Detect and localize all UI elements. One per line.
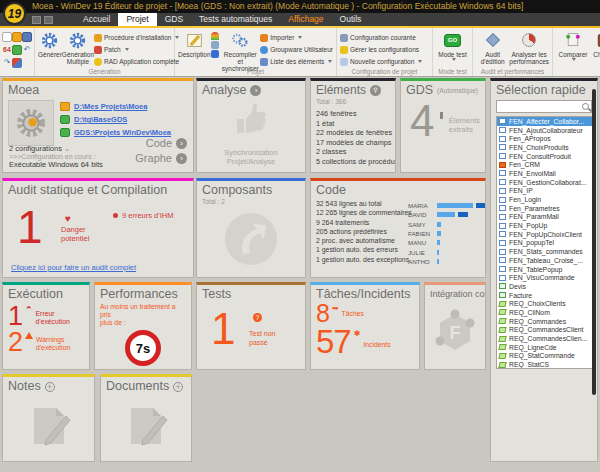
share-nodes-icon[interactable] xyxy=(211,41,219,49)
list-item[interactable]: FEN_EnvoiMail xyxy=(497,169,593,178)
tile-moea[interactable]: Moea D:\Mes Projets\Moea D:\tg\BaseGDS G… xyxy=(2,78,194,173)
magnifier-icon[interactable]: ⚲ xyxy=(370,85,381,96)
environment-64-icon[interactable]: 64 xyxy=(2,45,12,55)
list-item[interactable]: Fen_Parametres xyxy=(497,204,593,213)
project-path-link[interactable]: D:\tg\BaseGDS xyxy=(74,115,127,124)
list-item[interactable]: Fen_CRM xyxy=(497,160,593,169)
list-item[interactable]: Facture xyxy=(497,291,593,300)
tile-elements[interactable]: Eléments ⚲ Total : 366 246 fenêtres1 éta… xyxy=(310,78,396,173)
ribbon-tab[interactable]: Outils xyxy=(332,13,370,26)
list-item[interactable]: Fen_Login xyxy=(497,195,593,204)
groupware-button[interactable]: Groupware Utilisateur xyxy=(260,44,333,55)
new-document-icon[interactable] xyxy=(2,32,12,42)
list-item[interactable]: REQ_CliNom xyxy=(497,308,593,317)
tile-documents[interactable]: Documents + xyxy=(100,374,192,462)
liste-elements-button[interactable]: Liste des éléments xyxy=(260,56,333,67)
list-item[interactable]: REQ_Commandes xyxy=(497,317,593,326)
add-document-icon[interactable]: + xyxy=(173,382,183,392)
graphe-link[interactable]: Graphe› xyxy=(135,151,187,166)
chevron-down-icon xyxy=(298,36,302,39)
analyser-performances-label: Analyser les performances xyxy=(509,51,549,65)
tile-integration-continue[interactable]: Intégration continue F xyxy=(424,282,486,370)
save-icon[interactable] xyxy=(22,32,32,42)
tile-execution[interactable]: Exécution 1 ⌃ Erreurd'exécution 2 Warnin… xyxy=(2,282,90,370)
composants-total: Total : 2 xyxy=(202,198,300,206)
list-item[interactable]: Devis xyxy=(497,282,593,291)
mode-test-button[interactable]: GO Mode test xyxy=(436,30,469,61)
element-type-icon xyxy=(499,266,506,272)
tile-audit[interactable]: Audit statique et Compilation 1 ♥ Danger… xyxy=(2,178,194,278)
patch-button[interactable]: Patch xyxy=(94,44,179,55)
project-tree-icon[interactable] xyxy=(12,58,22,68)
tile-taches-incidents[interactable]: Tâches/Incidents 8 ➥ Tâches 57 ✱ Inciden… xyxy=(310,282,420,370)
rainbow-icon[interactable] xyxy=(211,32,219,40)
gerer-configurations-button[interactable]: Gérer les configurations xyxy=(340,44,422,55)
nouvelle-configuration-button[interactable]: Nouvelle configuration xyxy=(340,56,422,67)
rad-application-button[interactable]: RAD Application complète xyxy=(94,56,179,67)
analyser-performances-button[interactable]: Analyser les performances xyxy=(509,30,549,65)
code-link[interactable]: Code› xyxy=(135,136,187,151)
generer-button[interactable]: Générer xyxy=(38,30,62,58)
component-icon[interactable] xyxy=(12,45,22,55)
tile-composants[interactable]: Composants Total : 2 xyxy=(196,178,306,278)
project-path-link[interactable]: D:\Mes Projets\Moea xyxy=(74,102,147,111)
elements-list: 246 fenêtres1 état22 modèles de fenêtres… xyxy=(316,109,390,167)
list-item[interactable]: FEN_IP xyxy=(497,187,593,196)
tile-code[interactable]: Code 32 543 lignes au total12 265 lignes… xyxy=(310,178,486,278)
scrollbar[interactable] xyxy=(592,89,596,395)
list-item[interactable]: REQ_StatCS xyxy=(497,360,593,369)
list-item[interactable]: FEN_AjoutCollaborateur xyxy=(497,126,593,135)
tile-analyse[interactable]: Analyse › Synchronisation Projet/Analyse xyxy=(196,78,306,173)
importer-button[interactable]: Importer xyxy=(260,32,333,43)
window-layout-icon[interactable] xyxy=(44,16,53,24)
list-item[interactable]: FEN_TablePopup xyxy=(497,265,593,274)
list-item[interactable]: FEN_Affecter_Collabor... xyxy=(497,117,593,126)
list-item[interactable]: FEN_ParamMail xyxy=(497,213,593,222)
recompiler-button[interactable]: Recompiler et synchroniser xyxy=(220,30,260,72)
ribbon-tab[interactable]: GDS xyxy=(157,13,191,26)
window-restore-icon[interactable] xyxy=(32,16,41,24)
charte-button[interactable]: Charte xyxy=(590,30,600,61)
comparer-button[interactable]: Comparer xyxy=(556,30,590,61)
list-item[interactable]: FEN_PopUp xyxy=(497,221,593,230)
audit-edition-button[interactable]: Audit d'édition xyxy=(476,30,509,65)
list-item[interactable]: REQ_CommandesClient xyxy=(497,326,593,335)
redo-icon[interactable]: ↷ xyxy=(2,58,12,68)
list-item[interactable]: REQ_ChoixClients xyxy=(497,299,593,308)
procedure-installation-button[interactable]: Procédure d'installation xyxy=(94,32,179,43)
description-button[interactable]: Description xyxy=(178,30,211,58)
optimize-link[interactable]: Cliquez ici pour optimiser xyxy=(100,368,186,370)
configuration-courante-button[interactable]: Configuration courante xyxy=(340,32,422,43)
full-audit-link[interactable]: Cliquez ici pour faire un audit complet xyxy=(11,263,136,272)
configurations-toggle[interactable]: 2 configurations ⌄ xyxy=(9,144,103,153)
ribbon-tab[interactable]: Affichage xyxy=(280,13,331,26)
tile-tests[interactable]: Tests 1 ? Test nonpassé xyxy=(196,282,306,370)
list-item[interactable]: FEN_Stats_commandes xyxy=(497,247,593,256)
tile-gds[interactable]: GDS (Automatique) 4 Éléments extraits xyxy=(400,78,486,173)
thumbs-up-icon xyxy=(202,98,300,140)
list-item[interactable]: REQ_StatCommande xyxy=(497,352,593,361)
ribbon-tab[interactable]: Accueil xyxy=(75,13,118,26)
list-item[interactable]: FEN_VisuCommande xyxy=(497,273,593,282)
tile-notes[interactable]: Notes + xyxy=(2,374,95,462)
generation-multiple-button[interactable]: Génération Multiple xyxy=(62,30,94,65)
quick-select-search-input[interactable] xyxy=(496,100,592,113)
arrow-right-icon[interactable]: › xyxy=(250,85,261,96)
undo-icon[interactable]: ↶ xyxy=(22,45,32,55)
list-item[interactable]: REQ_LigneCde xyxy=(497,343,593,352)
list-item[interactable]: Fen_APropos xyxy=(497,134,593,143)
list-item[interactable]: FEN_ChoixProduits xyxy=(497,143,593,152)
ribbon-tab[interactable]: Projet xyxy=(118,13,156,26)
list-item[interactable]: FEN_GestionCollaborat... xyxy=(497,178,593,187)
list-item[interactable]: FEN_ConsultProduit xyxy=(497,152,593,161)
flag-icon[interactable] xyxy=(211,50,219,58)
ribbon-tab[interactable]: Tests automatiques xyxy=(191,13,280,26)
open-project-icon[interactable] xyxy=(12,32,22,42)
list-item[interactable]: FEN_PopUpChoixClient xyxy=(497,230,593,239)
author-name: FABIEN xyxy=(408,230,434,237)
tile-performances[interactable]: Performances Au moins un traitement a pr… xyxy=(94,282,192,370)
list-item[interactable]: FEN_popupTel xyxy=(497,239,593,248)
add-note-icon[interactable]: + xyxy=(45,382,55,392)
list-item[interactable]: REQ_CommandesClien... xyxy=(497,334,593,343)
list-item[interactable]: FEN_Tableau_Croisé_... xyxy=(497,256,593,265)
